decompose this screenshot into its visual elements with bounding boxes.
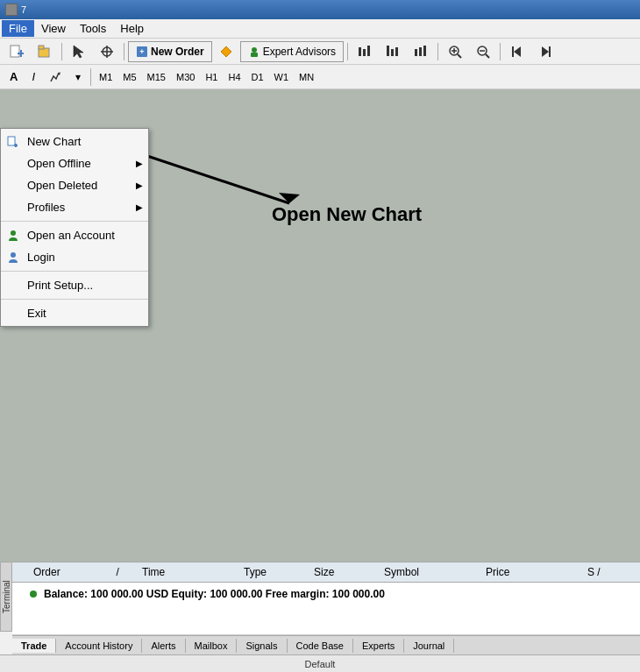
text-tool-btn[interactable]: A — [4, 67, 24, 88]
separator-2 — [124, 43, 124, 60]
text-a-icon: A — [10, 70, 18, 83]
magnify-minus-icon — [476, 45, 490, 59]
new-icon — [10, 45, 24, 59]
zoom-out-btn[interactable] — [470, 41, 496, 62]
col-price: Price — [482, 564, 584, 580]
open-deleted-icon — [6, 179, 20, 193]
diamond-icon — [220, 46, 232, 58]
tab-mailbox[interactable]: Mailbox — [186, 639, 238, 653]
toolbar-secondary: A I ▾ M1 M5 M15 M30 H1 H4 D1 W1 MN — [0, 65, 640, 89]
open-icon — [38, 45, 52, 59]
toolbar-btn-3[interactable] — [66, 41, 92, 62]
menu-profiles[interactable]: Profiles ▶ — [1, 196, 148, 218]
magnify-plus-icon — [448, 45, 462, 59]
col-size: Size — [310, 564, 380, 580]
crosshair-icon — [100, 45, 114, 59]
menu-login[interactable]: Login — [1, 246, 148, 268]
tf-h1[interactable]: H1 — [201, 70, 222, 84]
draw-icon — [49, 71, 61, 83]
tf-m5[interactable]: M5 — [118, 70, 140, 84]
zoom-icon-3 — [414, 45, 428, 59]
menu-new-chart[interactable]: New Chart — [1, 131, 148, 152]
svg-rect-20 — [415, 49, 417, 56]
toolbar-btn-2[interactable] — [32, 41, 58, 62]
order-icon: + — [136, 46, 148, 58]
tf-d1[interactable]: D1 — [247, 70, 268, 84]
tab-experts[interactable]: Experts — [353, 639, 404, 653]
tab-alerts[interactable]: Alerts — [142, 639, 185, 653]
tf-m1[interactable]: M1 — [95, 70, 117, 84]
open-offline-icon — [6, 157, 20, 171]
scroll-right-btn[interactable] — [532, 41, 558, 62]
menu-open-offline[interactable]: Open Offline ▶ — [1, 152, 148, 174]
app-icon — [5, 4, 18, 16]
menu-open-deleted[interactable]: Open Deleted ▶ — [1, 174, 148, 196]
tab-journal[interactable]: Journal — [404, 639, 454, 653]
separator-3 — [347, 43, 348, 60]
svg-marker-32 — [542, 46, 549, 57]
chart-zoom-btn-2[interactable] — [380, 41, 406, 62]
app-window: 7 File View Tools Help — [0, 0, 640, 672]
svg-rect-15 — [363, 49, 366, 56]
menu-tools[interactable]: Tools — [73, 20, 113, 37]
tab-code-base[interactable]: Code Base — [288, 639, 353, 653]
login-icon — [6, 251, 20, 265]
menu-view[interactable]: View — [34, 20, 73, 37]
new-order-button[interactable]: + New Order — [128, 41, 212, 62]
svg-point-39 — [11, 252, 16, 258]
svg-point-12 — [252, 47, 257, 53]
tab-signals[interactable]: Signals — [237, 639, 287, 653]
balance-dot — [30, 591, 37, 598]
svg-rect-4 — [39, 46, 44, 49]
svg-rect-13 — [251, 53, 258, 57]
tf-m15[interactable]: M15 — [143, 70, 170, 84]
open-offline-arrow: ▶ — [136, 159, 143, 168]
tf-h4[interactable]: H4 — [224, 70, 245, 84]
draw-btn[interactable] — [43, 67, 68, 88]
profiles-label: Profiles — [27, 201, 65, 214]
tf-m30[interactable]: M30 — [172, 70, 199, 84]
chart-small-icon — [7, 136, 19, 148]
col-time: Time — [139, 564, 240, 580]
col-slash: / — [112, 564, 139, 580]
table-header: Order / Time Type Size Symbol Price S / — [12, 562, 640, 583]
toolbar-btn-diamond[interactable] — [214, 41, 238, 62]
scroll-left-icon — [510, 45, 524, 59]
profiles-arrow: ▶ — [136, 202, 143, 212]
toolbar-main: + New Order Expert Advisors — [0, 39, 640, 65]
terminal-label: Terminal — [0, 562, 12, 632]
tf-mn[interactable]: MN — [295, 70, 318, 84]
title-number: 7 — [21, 4, 26, 15]
person-blue-icon — [7, 251, 19, 264]
chart-zoom-btn-1[interactable] — [352, 41, 378, 62]
expert-advisors-button[interactable]: Expert Advisors — [240, 41, 344, 62]
dropdown-btn[interactable]: ▾ — [69, 67, 87, 88]
svg-marker-41 — [279, 193, 300, 203]
menu-file[interactable]: File — [2, 20, 34, 37]
scroll-right-icon — [538, 45, 552, 59]
tab-account-history[interactable]: Account History — [56, 639, 142, 653]
toolbar-btn-1[interactable] — [4, 41, 30, 62]
print-icon — [6, 279, 20, 293]
italic-btn[interactable]: I — [25, 67, 41, 88]
italic-icon: I — [32, 70, 35, 83]
menu-help[interactable]: Help — [113, 20, 151, 37]
menu-exit[interactable]: Exit — [1, 302, 148, 324]
svg-rect-21 — [419, 47, 422, 56]
svg-rect-0 — [11, 46, 19, 57]
svg-marker-5 — [74, 46, 83, 58]
balance-text: Balance: 100 000.00 USD Equity: 100 000.… — [44, 588, 385, 600]
open-deleted-label: Open Deleted — [27, 179, 97, 192]
zoom-in-btn[interactable] — [442, 41, 468, 62]
menu-print-setup[interactable]: Print Setup... — [1, 274, 148, 296]
toolbar-btn-4[interactable] — [94, 41, 120, 62]
profiles-icon — [6, 201, 20, 215]
scroll-left-btn[interactable] — [504, 41, 530, 62]
chart-zoom-btn-3[interactable] — [408, 41, 434, 62]
svg-rect-31 — [512, 46, 514, 57]
balance-row: Balance: 100 000.00 USD Equity: 100 000.… — [30, 586, 622, 602]
svg-marker-30 — [514, 46, 521, 57]
tf-w1[interactable]: W1 — [270, 70, 294, 84]
menu-open-account[interactable]: Open an Account — [1, 224, 148, 246]
tab-trade[interactable]: Trade — [12, 639, 56, 653]
